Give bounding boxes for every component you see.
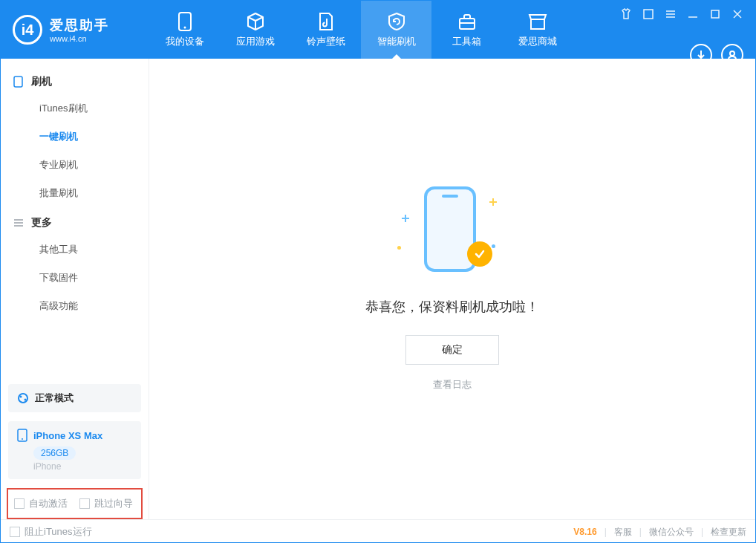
svg-point-1 [183, 27, 186, 29]
device-name: iPhone XS Max [33, 430, 102, 441]
svg-point-17 [19, 394, 27, 403]
nav-label: 我的设备 [166, 35, 204, 48]
svg-rect-13 [14, 77, 22, 87]
success-illustration [408, 186, 497, 276]
checkbox-label: 跳过向导 [94, 497, 133, 510]
svg-point-19 [25, 399, 27, 401]
sidebar-item-batch-flash[interactable]: 批量刷机 [1, 179, 149, 207]
checkbox-block-itunes[interactable]: 阻止iTunes运行 [10, 525, 92, 539]
checkbox-icon [79, 498, 90, 509]
group-title: 更多 [31, 216, 52, 230]
nav-label: 智能刷机 [377, 35, 416, 48]
nav-label: 应用游戏 [236, 35, 275, 48]
nav-label: 铃声壁纸 [307, 35, 345, 48]
maximize-icon[interactable] [708, 7, 723, 22]
sidebar-item-advanced[interactable]: 高级功能 [1, 292, 149, 320]
list-icon [13, 218, 24, 229]
cube-icon [245, 11, 266, 32]
options-box: 自动激活 跳过向导 [7, 488, 143, 519]
device-icon [13, 77, 24, 88]
tshirt-icon[interactable] [619, 7, 633, 22]
refresh-shield-icon [386, 11, 407, 32]
version-label: V8.16 [573, 527, 596, 537]
svg-point-21 [22, 438, 23, 440]
menu-icon[interactable] [663, 7, 678, 22]
logo-icon: i4 [13, 15, 42, 45]
nav-my-device[interactable]: 我的设备 [149, 1, 220, 59]
sidebar-item-other-tools[interactable]: 其他工具 [1, 235, 149, 264]
download-button[interactable] [690, 44, 712, 66]
top-nav: 我的设备 应用游戏 铃声壁纸 智能刷机 工具箱 爱思商城 [149, 1, 573, 59]
nav-label: 爱思商城 [518, 35, 557, 48]
account-button[interactable] [721, 44, 743, 66]
sidebar-item-pro-flash[interactable]: 专业刷机 [1, 151, 149, 179]
app-name: 爱思助手 [50, 16, 109, 34]
sidebar-item-oneclick-flash[interactable]: 一键刷机 [1, 123, 149, 151]
mode-label: 正常模式 [35, 391, 74, 405]
app-url: www.i4.cn [50, 34, 109, 43]
ok-button[interactable]: 确定 [405, 335, 499, 365]
view-log-link[interactable]: 查看日志 [433, 378, 472, 391]
toolbox-icon [457, 11, 478, 32]
sidebar-group-flash: 刷机 [1, 66, 149, 94]
svg-point-18 [20, 396, 22, 398]
group-title: 刷机 [31, 75, 52, 88]
sidebar: 刷机 iTunes刷机 一键刷机 专业刷机 批量刷机 更多 其他工具 下载固件 … [1, 59, 149, 519]
nav-toolbox[interactable]: 工具箱 [431, 1, 502, 59]
shop-icon [527, 11, 548, 32]
window-controls [619, 1, 755, 59]
svg-point-12 [730, 51, 734, 56]
phone-icon [175, 11, 195, 32]
status-bar: 阻止iTunes运行 V8.16 | 客服 | 微信公众号 | 检查更新 [1, 519, 755, 543]
footer-link-update[interactable]: 检查更新 [711, 526, 746, 539]
nav-label: 工具箱 [452, 35, 481, 48]
svg-rect-4 [644, 10, 653, 19]
logo: i4 爱思助手 www.i4.cn [1, 1, 149, 59]
minimize-icon[interactable] [685, 7, 700, 22]
checkbox-icon [10, 527, 20, 537]
app-header: i4 爱思助手 www.i4.cn 我的设备 应用游戏 铃声壁纸 智能刷机 工具… [1, 1, 755, 59]
sidebar-item-download-firmware[interactable]: 下载固件 [1, 264, 149, 292]
success-message: 恭喜您，保资料刷机成功啦！ [365, 298, 539, 316]
footer-link-support[interactable]: 客服 [614, 526, 632, 539]
feedback-icon[interactable] [641, 7, 656, 22]
check-badge-icon [467, 241, 492, 267]
device-card[interactable]: iPhone XS Max 256GB iPhone [8, 421, 141, 479]
checkbox-skip-guide[interactable]: 跳过向导 [79, 497, 133, 510]
nav-ringtone-wallpaper[interactable]: 铃声壁纸 [290, 1, 361, 59]
footer-link-wechat[interactable]: 微信公众号 [649, 526, 694, 539]
nav-store[interactable]: 爱思商城 [502, 1, 573, 59]
main-content: 恭喜您，保资料刷机成功啦！ 确定 查看日志 [149, 59, 755, 519]
music-file-icon [316, 11, 336, 32]
svg-rect-9 [711, 10, 719, 18]
sidebar-item-itunes-flash[interactable]: iTunes刷机 [1, 94, 149, 123]
mode-icon [17, 392, 29, 404]
checkbox-label: 阻止iTunes运行 [25, 525, 92, 539]
device-type: iPhone [33, 461, 132, 472]
close-icon[interactable] [730, 7, 745, 22]
sidebar-group-more: 更多 [1, 207, 149, 235]
checkbox-icon [14, 498, 25, 509]
mode-card[interactable]: 正常模式 [8, 384, 141, 412]
nav-smart-flash[interactable]: 智能刷机 [361, 1, 431, 59]
device-icon [17, 429, 27, 442]
device-storage: 256GB [33, 446, 76, 460]
nav-apps-games[interactable]: 应用游戏 [220, 1, 290, 59]
checkbox-label: 自动激活 [29, 497, 68, 510]
checkbox-auto-activate[interactable]: 自动激活 [14, 497, 68, 510]
